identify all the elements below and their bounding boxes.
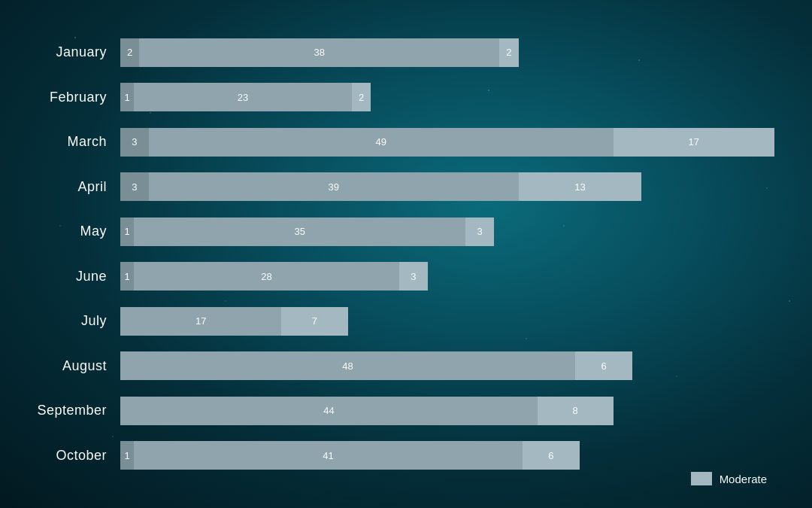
bar-segment: 39	[149, 172, 519, 201]
bar-segment: 38	[139, 38, 499, 67]
chart-row: April33913	[23, 165, 789, 210]
bar-segment: 28	[134, 262, 399, 291]
bar-segment: 3	[120, 172, 149, 201]
chart-row: January2382	[23, 30, 789, 75]
bar-area: 33913	[120, 172, 789, 201]
bar-segment: 41	[134, 441, 523, 470]
chart-row: May1353	[23, 209, 789, 254]
chart-row: June1283	[23, 254, 789, 300]
bar-segment: 2	[120, 38, 139, 67]
bar-segment: 8	[538, 397, 614, 425]
bar-segment: 35	[134, 217, 465, 246]
month-label: June	[23, 269, 120, 284]
bar-area: 1232	[120, 83, 789, 111]
bar-segment: 13	[519, 172, 642, 201]
month-label: April	[23, 179, 120, 195]
bar-segment: 1	[120, 441, 134, 470]
bar-segment: 17	[614, 128, 774, 157]
month-label: March	[23, 134, 120, 150]
chart-row: August486	[23, 344, 789, 389]
bar-segment: 23	[134, 83, 352, 111]
chart-row: September448	[23, 388, 789, 433]
legend-color-box	[691, 472, 712, 485]
chart-row: February1232	[23, 75, 789, 120]
bar-area: 177	[120, 307, 789, 336]
bar-segment: 1	[120, 262, 134, 291]
bar-area: 2382	[120, 38, 789, 67]
bar-segment: 1	[120, 217, 134, 246]
bar-segment: 3	[120, 128, 149, 157]
month-label: September	[23, 403, 120, 418]
bar-area: 1353	[120, 217, 789, 246]
bar-segment: 6	[523, 441, 580, 470]
bar-segment: 17	[120, 307, 281, 336]
month-label: July	[23, 313, 120, 329]
month-label: February	[23, 90, 120, 105]
bar-area: 448	[120, 397, 789, 425]
bar-segment: 3	[399, 262, 428, 291]
chart-row: July177	[23, 299, 789, 344]
chart-row: March34917	[23, 120, 789, 165]
bar-segment: 7	[281, 307, 347, 336]
bar-segment: 48	[120, 351, 575, 380]
bar-area: 1283	[120, 262, 789, 291]
month-label: August	[23, 358, 120, 374]
bar-area: 486	[120, 351, 789, 380]
bar-segment: 2	[499, 38, 518, 67]
bar-segment: 49	[149, 128, 614, 157]
bar-segment: 2	[352, 83, 371, 111]
bar-segment: 6	[575, 351, 632, 380]
chart-row: October1416	[23, 433, 789, 479]
chart-legend: Moderate	[691, 472, 767, 485]
bar-area: 1416	[120, 441, 789, 470]
bar-segment: 1	[120, 83, 134, 111]
bar-segment: 44	[120, 397, 538, 425]
bar-area: 34917	[120, 128, 789, 157]
month-label: January	[23, 44, 120, 60]
month-label: October	[23, 448, 120, 464]
month-label: May	[23, 224, 120, 239]
legend-label: Moderate	[720, 473, 767, 485]
bar-segment: 3	[465, 217, 494, 246]
chart-container: January2382February1232March34917April33…	[23, 30, 789, 478]
